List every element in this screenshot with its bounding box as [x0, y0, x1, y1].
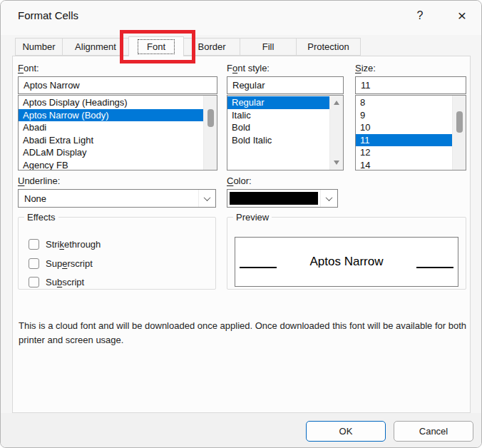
size-list-scrollbar[interactable]: [452, 96, 466, 170]
effects-group: Effects Strikethrough Superscript Subscr…: [18, 212, 216, 290]
font-list-item[interactable]: Agency FB: [19, 159, 203, 170]
subscript-checkbox[interactable]: [29, 277, 39, 287]
tab-fill[interactable]: Fill: [240, 38, 297, 56]
titlebar: Format Cells ? ×: [1, 1, 481, 35]
superscript-checkbox[interactable]: [29, 258, 39, 269]
scrollbar-thumb[interactable]: [456, 111, 463, 133]
close-button[interactable]: ×: [448, 4, 476, 28]
color-label: Color:: [227, 175, 252, 186]
font-list-item[interactable]: Aptos Display (Headings): [19, 96, 203, 109]
preview-group: Preview Aptos Narrow: [227, 212, 466, 290]
color-dropdown[interactable]: [227, 189, 338, 208]
font-style-item[interactable]: Bold Italic: [227, 134, 329, 147]
font-style-item-selected[interactable]: Regular: [227, 96, 329, 109]
tab-alignment[interactable]: Alignment: [62, 38, 129, 56]
superscript-row: Superscript: [29, 258, 93, 269]
font-list-item[interactable]: Abadi Extra Light: [19, 134, 203, 147]
preview-baseline-right: [416, 267, 453, 268]
strikethrough-label: Strikethrough: [46, 239, 101, 250]
scroll-up-icon[interactable]: [330, 97, 343, 108]
preview-box: Aptos Narrow: [235, 237, 458, 287]
font-style-list: Regular Italic Bold Bold Italic: [227, 95, 344, 170]
size-list-item[interactable]: 10: [356, 121, 452, 134]
chevron-down-icon: [320, 190, 337, 207]
dialog-title: Format Cells: [18, 9, 78, 21]
scrollbar-thumb[interactable]: [207, 109, 214, 127]
size-list-item[interactable]: 8: [356, 96, 452, 109]
font-list: Aptos Display (Headings) Aptos Narrow (B…: [18, 95, 217, 170]
subscript-row: Subscript: [29, 276, 84, 287]
cloud-font-note: This is a cloud font and will be downloa…: [19, 319, 466, 347]
preview-sample-text: Aptos Narrow: [235, 238, 458, 286]
subscript-label: Subscript: [46, 277, 84, 287]
cancel-button[interactable]: Cancel: [394, 421, 473, 442]
font-style-item[interactable]: Bold: [227, 121, 329, 134]
strikethrough-checkbox[interactable]: [29, 239, 39, 250]
tab-font[interactable]: Font: [128, 36, 184, 56]
ok-button[interactable]: OK: [306, 421, 386, 442]
size-list-item-selected[interactable]: 11: [356, 134, 452, 147]
help-icon: ?: [417, 9, 424, 22]
font-list-scrollbar[interactable]: [203, 96, 217, 170]
font-list-item[interactable]: Abadi: [19, 121, 203, 134]
size-label: Size:: [355, 63, 376, 73]
size-input[interactable]: 11: [355, 76, 466, 94]
font-style-input[interactable]: Regular: [227, 76, 344, 94]
format-cells-dialog: Format Cells ? × Number Alignment Font B…: [0, 0, 482, 448]
effects-group-label: Effects: [24, 212, 58, 223]
strikethrough-row: Strikethrough: [29, 238, 101, 250]
size-list-item[interactable]: 12: [356, 146, 452, 159]
tabstrip: Number Alignment Font Border Fill Protec…: [15, 38, 360, 56]
chevron-down-icon: [198, 190, 215, 207]
size-list-item[interactable]: 9: [356, 109, 452, 122]
font-style-scrollbar[interactable]: [329, 96, 343, 170]
underline-label: Underline:: [18, 175, 60, 186]
tab-protection[interactable]: Protection: [296, 38, 361, 56]
tab-border[interactable]: Border: [183, 38, 240, 56]
font-list-item[interactable]: ADLaM Display: [19, 146, 203, 159]
font-list-item-selected[interactable]: Aptos Narrow (Body): [19, 109, 203, 122]
underline-dropdown[interactable]: None: [18, 189, 216, 208]
help-button[interactable]: ?: [406, 4, 434, 28]
focus-rect: Font: [138, 39, 175, 54]
font-label: Font:: [18, 63, 39, 73]
tab-number[interactable]: Number: [15, 38, 63, 56]
scroll-down-icon[interactable]: [330, 157, 343, 168]
close-icon: ×: [458, 7, 466, 24]
size-list: 8 9 10 11 12 14: [355, 95, 466, 170]
size-list-item[interactable]: 14: [356, 159, 452, 170]
color-swatch: [230, 192, 318, 205]
font-style-label: Font style:: [227, 63, 270, 73]
superscript-label: Superscript: [46, 258, 93, 269]
font-input[interactable]: Aptos Narrow: [18, 76, 217, 94]
font-style-item[interactable]: Italic: [227, 109, 329, 122]
preview-group-label: Preview: [233, 212, 272, 223]
